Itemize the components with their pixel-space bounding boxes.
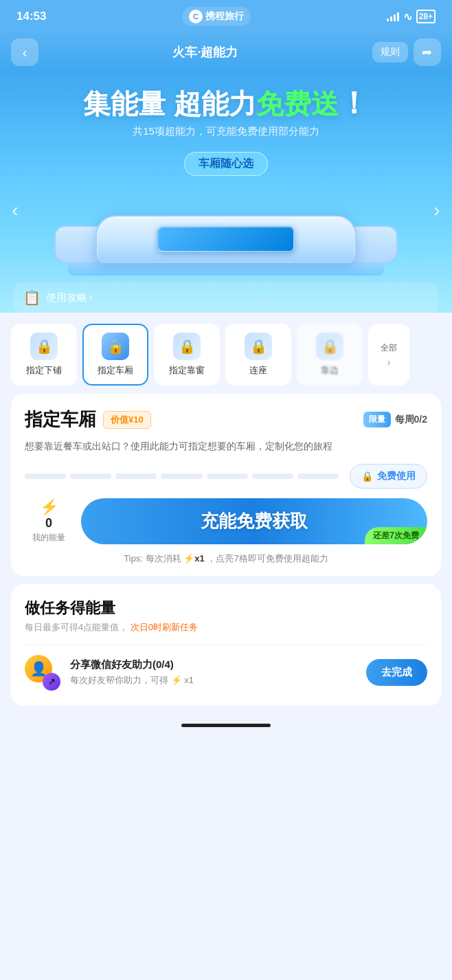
tab-more[interactable]: 全部 › bbox=[368, 324, 409, 386]
task-info: 分享微信好友助力(0/4) 每次好友帮你助力，可得 ⚡ x1 bbox=[70, 658, 357, 687]
nav-title: 火车·超能力 bbox=[172, 44, 238, 60]
free-use-label: 免费使用 bbox=[377, 470, 416, 482]
cabin-right bbox=[350, 225, 398, 263]
tab-kao-chuang-label: 指定靠窗 bbox=[169, 364, 205, 377]
tips-lightning: ⚡ bbox=[183, 553, 194, 564]
tips-arrow: › bbox=[89, 291, 92, 304]
progress-dot-6 bbox=[252, 474, 293, 479]
rules-button[interactable]: 规则 bbox=[372, 42, 408, 63]
tab-kao-chuang[interactable]: 🔒 指定靠窗 bbox=[154, 324, 220, 386]
charge-button[interactable]: 充能免费获取 还差7次免费 bbox=[81, 498, 427, 544]
charge-badge: 还差7次免费 bbox=[365, 527, 427, 544]
ctrip-logo: C 携程旅行 bbox=[182, 7, 251, 26]
detail-value-badge: 价值¥10 bbox=[103, 411, 151, 429]
detail-title: 指定车厢 bbox=[25, 408, 96, 432]
hero-banner: 集能量 超能力免费送！ 共15项超能力，可充能免费使用部分能力 ‹ 车厢随心选 … bbox=[0, 73, 452, 313]
tab-xia-pu[interactable]: 🔒 指定下铺 bbox=[11, 324, 77, 386]
progress-dot-7 bbox=[297, 474, 339, 479]
energy-label: 我的能量 bbox=[32, 532, 65, 544]
tips-text: 使用攻略 bbox=[46, 291, 87, 304]
status-bar: 14:53 C 携程旅行 ∿ 28+ bbox=[0, 0, 452, 30]
tab-lian-zuo-label: 连座 bbox=[249, 364, 267, 377]
lock-icon-xia-pu: 🔒 bbox=[30, 333, 58, 360]
tab-che-xiang-label: 指定车厢 bbox=[98, 364, 133, 377]
share-icon: ➦ bbox=[422, 45, 432, 60]
train-display: 车厢随心选 bbox=[47, 152, 405, 276]
tab-che-xiang[interactable]: 🔒 指定车厢 bbox=[82, 324, 148, 386]
tab-xia-pu-label: 指定下铺 bbox=[26, 364, 62, 377]
free-use-button[interactable]: 🔒 免费使用 bbox=[350, 464, 427, 489]
nav-title-text: 火车·超能力 bbox=[172, 45, 238, 59]
status-time: 14:53 bbox=[16, 10, 46, 23]
go-complete-button[interactable]: 去完成 bbox=[366, 659, 427, 686]
energy-value: 0 bbox=[45, 516, 52, 531]
task-title: 做任务得能量 bbox=[25, 598, 427, 619]
avatar-sub: ↗ bbox=[43, 673, 60, 691]
task-subtitle: 每日最多可得4点能量值， 次日0时刷新任务 bbox=[25, 621, 427, 634]
lock-icon-kao-chuang: 🔒 bbox=[173, 333, 201, 360]
tips-bottom: Tips: 每次消耗 ⚡x1 ，点亮7格即可免费使用超能力 bbox=[25, 553, 427, 565]
lock-icon-kao-bian: 🔒 bbox=[316, 333, 343, 360]
task-item: 👤 ↗ 分享微信好友助力(0/4) 每次好友帮你助力，可得 ⚡ x1 去完成 bbox=[25, 645, 427, 700]
charge-button-text: 充能免费获取 bbox=[201, 509, 308, 533]
tab-kao-bian-label: 靠边 bbox=[321, 364, 339, 377]
feature-tabs: 🔒 指定下铺 🔒 指定车厢 🔒 指定靠窗 🔒 连座 🔒 靠边 全部 › bbox=[0, 313, 452, 391]
bottom-bar bbox=[0, 714, 452, 737]
carousel-right-arrow[interactable]: › bbox=[425, 199, 449, 221]
energy-row: ⚡ 0 我的能量 充能免费获取 还差7次免费 bbox=[25, 498, 427, 544]
status-right: ∿ 28+ bbox=[387, 10, 436, 23]
train-carousel: ‹ 车厢随心选 › bbox=[0, 138, 452, 282]
free-use-lock-icon: 🔒 bbox=[361, 471, 373, 482]
nav-right-actions: 规则 ➦ bbox=[372, 38, 441, 66]
train-window bbox=[157, 226, 295, 252]
progress-dot-1 bbox=[25, 474, 66, 479]
tab-more-arrow: › bbox=[387, 357, 391, 368]
tab-more-label: 全部 bbox=[381, 342, 397, 354]
signal-icon bbox=[387, 12, 399, 21]
detail-description: 想要靠近餐车或出站口？使用此能力可指定想要的车厢，定制化您的旅程 bbox=[25, 438, 427, 454]
nav-bar: ‹ 火车·超能力 规则 ➦ bbox=[0, 30, 452, 73]
progress-dot-5 bbox=[207, 474, 248, 479]
energy-icon: ⚡ bbox=[40, 498, 58, 516]
tab-kao-bian[interactable]: 🔒 靠边 bbox=[297, 324, 363, 386]
carousel-left-arrow[interactable]: ‹ bbox=[3, 199, 27, 221]
train-body bbox=[95, 215, 357, 263]
battery-indicator: 28+ bbox=[416, 10, 436, 23]
task-name: 分享微信好友助力(0/4) bbox=[70, 658, 357, 671]
lock-icon-lian-zuo: 🔒 bbox=[245, 333, 272, 360]
wifi-icon: ∿ bbox=[403, 10, 412, 23]
progress-dot-2 bbox=[70, 474, 111, 479]
lock-icon-che-xiang: 🔒 bbox=[102, 333, 129, 360]
progress-row: 🔒 免费使用 bbox=[25, 464, 427, 489]
detail-title-row: 指定车厢 价值¥10 bbox=[25, 408, 151, 432]
detail-card: 指定车厢 价值¥10 限量 每周0/2 想要靠近餐车或出站口？使用此能力可指定想… bbox=[11, 394, 441, 575]
ctrip-text: 携程旅行 bbox=[205, 10, 244, 23]
limit-badge: 限量 bbox=[363, 412, 391, 427]
task-avatar: 👤 ↗ bbox=[25, 655, 60, 691]
task-card: 做任务得能量 每日最多可得4点能量值， 次日0时刷新任务 👤 ↗ 分享微信好友助… bbox=[11, 584, 441, 706]
tab-lian-zuo[interactable]: 🔒 连座 bbox=[225, 324, 291, 386]
progress-dot-3 bbox=[115, 474, 157, 479]
ctrip-icon: C bbox=[189, 10, 203, 23]
back-button[interactable]: ‹ bbox=[11, 38, 38, 66]
main-content: 🔒 指定下铺 🔒 指定车厢 🔒 指定靠窗 🔒 连座 🔒 靠边 全部 › 指定车厢 bbox=[0, 313, 452, 705]
reward-lightning: ⚡ bbox=[171, 675, 182, 685]
progress-dot-4 bbox=[161, 474, 202, 479]
hero-title: 集能量 超能力免费送！ bbox=[0, 87, 452, 120]
detail-limit: 限量 每周0/2 bbox=[363, 412, 427, 427]
share-button[interactable]: ➦ bbox=[414, 38, 441, 66]
limit-count: 每周0/2 bbox=[395, 414, 427, 426]
tips-icon: 📋 bbox=[23, 289, 41, 306]
train-label: 车厢随心选 bbox=[184, 152, 268, 176]
task-reward: 每次好友帮你助力，可得 ⚡ x1 bbox=[70, 674, 357, 687]
energy-info: ⚡ 0 我的能量 bbox=[25, 498, 73, 544]
detail-header: 指定车厢 价值¥10 限量 每周0/2 bbox=[25, 408, 427, 432]
home-indicator bbox=[181, 724, 271, 727]
usage-tips[interactable]: 📋 使用攻略 › bbox=[14, 282, 438, 313]
hero-subtitle: 共15项超能力，可充能免费使用部分能力 bbox=[0, 125, 452, 138]
